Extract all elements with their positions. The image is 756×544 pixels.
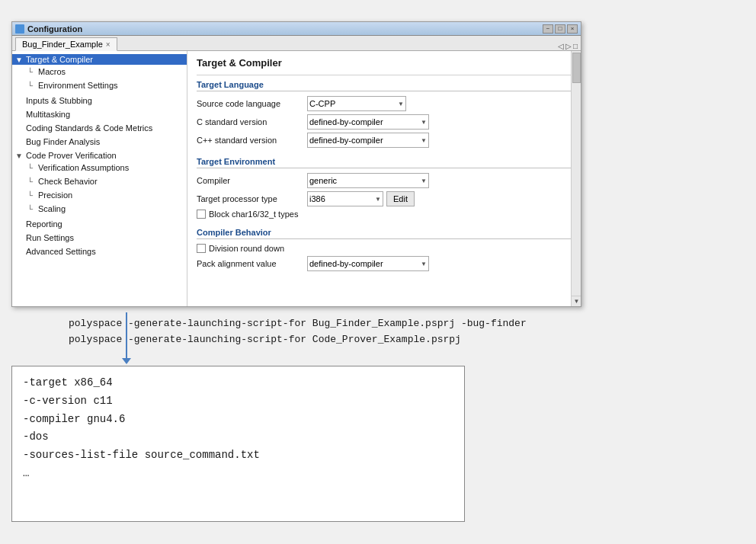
tree-item-target-compiler[interactable]: ▼ Target & Compiler └ Macros └ Environme… [12,53,187,94]
c-standard-select[interactable]: defined-by-compiler ▼ [307,114,429,130]
cpp-standard-select[interactable]: defined-by-compiler ▼ [307,133,429,148]
compiler-row: Compiler generic ▼ [197,173,572,188]
tree-item-verification-assumptions[interactable]: └ Verification Assumptions [24,161,187,174]
tree-item-ver-assumptions-label[interactable]: └ Verification Assumptions [24,162,187,173]
config-window: Configuration − □ × Bug_Finder_Example ×… [11,21,581,307]
tree-item-coding-standards-label[interactable]: Coding Standards & Code Metrics [12,123,187,133]
tree-item-text: Check Behavior [38,177,98,186]
tree-connector: └ [27,82,38,90]
tree-item-text: Multitasking [26,110,70,119]
maximize-button[interactable]: □ [555,24,565,34]
tree-item-text: Inputs & Stubbing [26,96,92,105]
tree-item-check-behavior[interactable]: └ Check Behavior [24,174,187,188]
command-line-1: polyspace -generate-launching-script-for… [69,316,527,332]
tree-item-advanced-settings-label[interactable]: Advanced Settings [12,246,187,257]
content-title: Target & Compiler [197,57,572,69]
tree-expand-icon: ▼ [15,152,26,160]
tree-item-multitasking-label[interactable]: Multitasking [12,109,187,120]
output-line-1: -target x86_64 [23,374,453,392]
tree-item-precision[interactable]: └ Precision [24,188,187,202]
tree-item-text: Reporting [26,219,62,229]
tree-item-reporting-label[interactable]: Reporting [12,219,187,229]
window-icon [15,24,24,34]
tab-nav-right-icon[interactable]: ▷ [565,42,572,50]
source-code-language-label: Source code language [197,99,307,108]
source-code-language-row: Source code language C-CPP ▼ [197,96,572,111]
block-char-row: Block char16/32_t types [197,210,572,219]
window-title: Configuration [27,24,82,34]
tree-panel: ▼ Target & Compiler └ Macros └ Environme… [12,51,187,306]
tree-children-target: └ Macros └ Environment Settings [12,65,187,92]
tree-expand-icon: ▼ [15,56,26,64]
scrollbar-track[interactable]: ▼ [571,51,581,306]
tree-connector: └ [27,205,38,213]
tree-item-text: Macros [38,67,66,76]
tree-item-bug-finder-analysis[interactable]: Bug Finder Analysis [12,135,187,149]
dropdown-arrow-icon: ▼ [375,196,381,203]
tab-bug-finder[interactable]: Bug_Finder_Example × [15,37,117,51]
scrollbar-thumb[interactable] [572,53,581,83]
processor-edit-button[interactable]: Edit [386,191,415,206]
tree-connector: └ [27,191,38,200]
tree-item-inputs-stubbing[interactable]: Inputs & Stubbing [12,94,187,107]
tab-nav-left-icon[interactable]: ◁ [558,42,564,50]
block-char-checkbox[interactable] [197,210,206,219]
tree-item-bug-finder-analysis-label[interactable]: Bug Finder Analysis [12,136,187,147]
division-round-checkbox[interactable] [197,244,206,253]
command-text-area: polyspace -generate-launching-script-for… [69,316,527,348]
tree-item-code-prover-label[interactable]: ▼ Code Prover Verification [12,150,187,161]
title-bar-left: Configuration [15,24,82,34]
pack-alignment-value: defined-by-compiler [309,259,418,268]
dropdown-arrow-icon: ▼ [398,101,404,107]
tree-item-scaling[interactable]: └ Scaling [24,202,187,216]
processor-type-label: Target processor type [197,194,307,203]
cpp-standard-row: C++ standard version defined-by-compiler… [197,133,572,148]
tree-item-run-settings[interactable]: Run Settings [12,231,187,245]
tree-item-multitasking[interactable]: Multitasking [12,107,187,121]
tree-item-env-settings[interactable]: └ Environment Settings [24,78,187,92]
c-standard-label: C standard version [197,117,307,126]
minimize-button[interactable]: − [543,24,553,34]
pack-alignment-row: Pack alignment value defined-by-compiler… [197,256,572,271]
output-line-3: -compiler gnu4.6 [23,411,453,429]
compiler-behavior-header: Compiler Behavior [197,228,572,239]
output-line-5: -sources-list-file source_command.txt [23,446,453,465]
tree-item-text: Advanced Settings [26,247,96,256]
tree-item-env-settings-label[interactable]: └ Environment Settings [24,80,187,91]
pack-alignment-select[interactable]: defined-by-compiler ▼ [307,256,429,271]
tree-item-check-behavior-label[interactable]: └ Check Behavior [24,176,187,187]
tab-nav-window-icon[interactable]: □ [573,42,578,50]
tree-connector: └ [27,68,38,76]
target-language-header: Target Language [197,80,572,91]
tree-item-target-compiler-label[interactable]: ▼ Target & Compiler [12,54,187,65]
tree-item-text: Target & Compiler [26,55,93,64]
tree-item-reporting[interactable]: Reporting [12,217,187,231]
tree-item-run-settings-label[interactable]: Run Settings [12,232,187,243]
processor-type-row: Target processor type i386 ▼ Edit [197,191,572,206]
output-line-2: -c-version c11 [23,392,453,411]
tree-item-precision-label[interactable]: └ Precision [24,190,187,200]
scrollbar-down-arrow[interactable]: ▼ [572,296,581,306]
processor-type-select[interactable]: i386 ▼ [307,191,383,206]
cpp-standard-value: defined-by-compiler [309,136,418,145]
source-code-language-select[interactable]: C-CPP ▼ [307,96,406,111]
tree-item-macros-label[interactable]: └ Macros [24,66,187,77]
close-button[interactable]: × [567,24,578,34]
division-round-row: Division round down [197,244,572,253]
tree-item-inputs-stubbing-label[interactable]: Inputs & Stubbing [12,95,187,106]
tab-close-icon[interactable]: × [106,40,111,49]
tree-item-macros[interactable]: └ Macros [24,65,187,78]
tab-navigation: ◁ ▷ □ [558,42,581,50]
tab-label: Bug_Finder_Example [22,40,103,49]
tree-item-coding-standards[interactable]: Coding Standards & Code Metrics [12,121,187,135]
dropdown-arrow-icon: ▼ [421,119,427,126]
compiler-select[interactable]: generic ▼ [307,173,429,188]
content-panel: Target & Compiler Target Language Source… [187,51,581,306]
tree-item-text: Scaling [38,204,66,213]
tree-item-text: Coding Standards & Code Metrics [26,123,152,133]
tree-item-code-prover[interactable]: ▼ Code Prover Verification └ Verificatio… [12,149,187,217]
tree-item-advanced-settings[interactable]: Advanced Settings [12,245,187,258]
title-bar: Configuration − □ × [12,22,581,36]
config-body: ▼ Target & Compiler └ Macros └ Environme… [12,51,581,306]
tree-item-scaling-label[interactable]: └ Scaling [24,203,187,214]
